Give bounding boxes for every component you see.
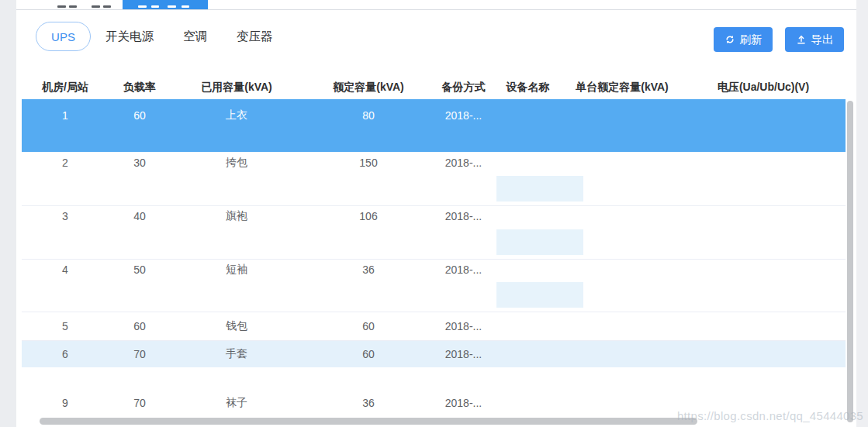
cell-backup: 2018-... [434,348,493,360]
cell-rated: 60 [303,320,434,332]
table-row[interactable]: 160上衣802018-... [22,99,846,152]
cell-backup: 2018-... [434,109,493,122]
column-header: 单台额定容量(kVA) [563,81,681,95]
tab-label-fragment [182,5,189,8]
cell-load: 70 [109,397,171,409]
cell-rated: 106 [303,210,434,222]
refresh-icon [724,34,735,45]
cell-used: 挎包 [171,156,303,170]
table-row[interactable]: 230挎包1502018-... [22,152,846,206]
cell-load: 60 [109,109,171,122]
table-body: 160上衣802018-...230挎包1502018-...340旗袍1062… [22,99,846,420]
column-header: 机房/局站 [22,81,109,95]
table-header-row: 机房/局站负载率已用容量(kVA)额定容量(kVA)备份方式设备名称单台额定容量… [22,77,846,98]
cell-load: 30 [109,157,171,169]
cell-used: 旗袍 [171,209,303,223]
filter-switch-power[interactable]: 开关电源 [105,29,154,45]
tab-label-fragment [168,5,176,8]
table-row-spacer [22,367,846,393]
tab-label-fragment [57,5,66,8]
cell-station: 5 [22,320,109,332]
cell-rated: 36 [303,263,434,276]
cell-station: 4 [22,263,109,276]
export-label: 导出 [811,33,834,47]
export-button[interactable]: 导出 [785,27,844,52]
cell-used: 袜子 [171,396,303,410]
app-window: UPS 开关电源 空调 变压器 刷新 导出 机房/局站负 [0,0,868,427]
left-gutter [0,0,16,427]
cell-load: 70 [109,348,171,360]
filter-air-conditioner[interactable]: 空调 [183,29,207,45]
cell-backup: 2018-... [434,210,493,222]
filter-ups-label: UPS [51,30,75,43]
column-header: 备份方式 [434,81,493,95]
cell-rated: 150 [303,157,434,169]
cell-load: 50 [109,263,171,276]
cell-used: 钱包 [171,319,303,333]
nested-detail-placeholder [496,229,583,255]
cell-station: 9 [22,397,109,409]
cell-load: 40 [109,210,171,222]
filter-group: 开关电源 空调 变压器 [105,22,273,51]
empty-detail-divider [500,173,587,174]
top-tab-bar [16,0,856,10]
cell-backup: 2018-... [434,263,493,276]
cell-used: 手套 [171,347,303,361]
cell-station: 3 [22,210,109,222]
refresh-label: 刷新 [740,33,763,47]
filter-transformer[interactable]: 变压器 [237,29,273,45]
cell-rated: 36 [303,397,434,409]
cell-used: 上衣 [171,108,303,122]
tab-label-fragment [138,5,147,8]
tab-label-fragment [103,5,111,8]
table-row[interactable]: 670手套602018-... [22,341,846,367]
column-header: 设备名称 [493,81,563,95]
cell-station: 2 [22,157,109,169]
tab-label-fragment [151,5,159,8]
upload-icon [796,34,807,45]
cell-used: 短袖 [171,263,303,277]
watermark-text: https://blog.csdn.net/qq_45444035 [677,409,863,422]
content-panel: UPS 开关电源 空调 变压器 刷新 导出 机房/局站负 [16,0,856,427]
table-row[interactable]: 450短袖362018-... [22,260,846,312]
cell-load: 60 [109,320,171,332]
refresh-button[interactable]: 刷新 [714,27,773,52]
cell-rated: 60 [303,348,434,360]
cell-rated: 80 [303,109,434,122]
vertical-scrollbar-thumb[interactable] [847,101,853,422]
cell-backup: 2018-... [434,157,493,169]
horizontal-scrollbar-thumb[interactable] [40,418,697,425]
active-top-tab[interactable] [123,0,208,9]
column-header: 已用容量(kVA) [171,81,303,95]
column-header: 电压(Ua/Ub/Uc)(V) [681,81,846,95]
cell-backup: 2018-... [434,397,493,409]
filter-ups-pill[interactable]: UPS [36,22,91,51]
column-header: 额定容量(kVA) [303,81,434,95]
table-row[interactable]: 560钱包602018-... [22,312,846,341]
tab-label-fragment [69,5,77,8]
cell-station: 1 [22,109,109,122]
column-header: 负载率 [109,81,171,95]
right-gutter [856,0,868,427]
nested-detail-placeholder [496,282,583,308]
nested-detail-placeholder [496,176,583,201]
cell-backup: 2018-... [434,320,493,332]
tab-label-fragment [92,5,100,8]
table-row[interactable]: 340旗袍1062018-... [22,206,846,260]
cell-station: 6 [22,348,109,360]
